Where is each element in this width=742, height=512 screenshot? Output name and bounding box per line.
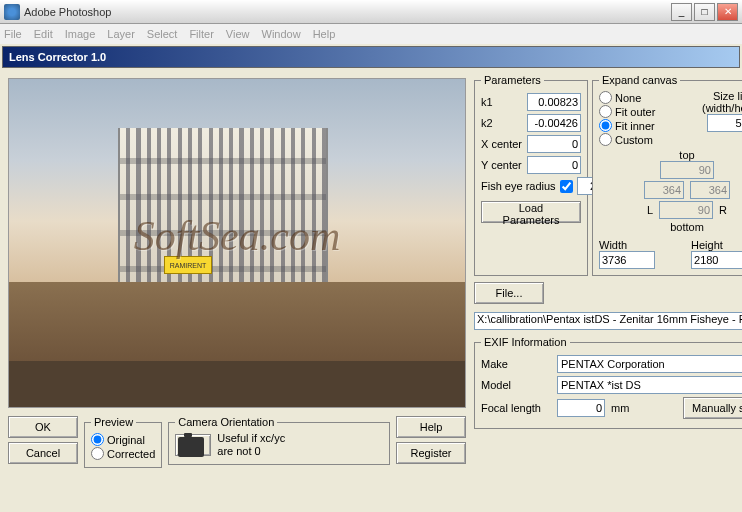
height-label: Height	[691, 239, 742, 251]
menu-help[interactable]: Help	[313, 28, 336, 40]
parameters-legend: Parameters	[481, 74, 544, 86]
left-input	[644, 181, 684, 199]
ok-button[interactable]: OK	[8, 416, 78, 438]
expand-custom-radio[interactable]	[599, 133, 612, 146]
ycenter-input[interactable]	[527, 156, 581, 174]
k2-label: k2	[481, 117, 493, 129]
preview-legend: Preview	[91, 416, 136, 428]
top-input	[660, 161, 714, 179]
menu-file[interactable]: File	[4, 28, 22, 40]
camera-hint: Useful if xc/yc are not 0	[217, 432, 285, 458]
expand-fitinner-label: Fit inner	[615, 120, 655, 132]
maximize-button[interactable]: □	[694, 3, 715, 21]
camera-orientation-group: Camera Orientation Useful if xc/yc are n…	[168, 416, 390, 465]
expand-legend: Expand canvas	[599, 74, 680, 86]
fisheye-checkbox[interactable]	[560, 180, 573, 193]
menu-layer[interactable]: Layer	[107, 28, 135, 40]
menu-edit[interactable]: Edit	[34, 28, 53, 40]
camera-legend: Camera Orientation	[175, 416, 277, 428]
expand-canvas-group: Expand canvas None Fit outer Fit inner C…	[592, 74, 742, 276]
camera-orientation-button[interactable]	[175, 434, 211, 456]
file-button[interactable]: File...	[474, 282, 544, 304]
width-label: Width	[599, 239, 683, 251]
ycenter-label: Y center	[481, 159, 522, 171]
preview-original-radio[interactable]	[91, 433, 104, 446]
exif-legend: EXIF Information	[481, 336, 570, 348]
sign-text: RAMIRENT	[164, 256, 212, 274]
exif-group: EXIF Information Make Model Focal length…	[474, 336, 742, 429]
exif-make-input[interactable]	[557, 355, 742, 373]
close-button[interactable]: ✕	[717, 3, 738, 21]
r-label: R	[719, 204, 727, 216]
preview-original-label: Original	[107, 434, 145, 446]
exif-model-input[interactable]	[557, 376, 742, 394]
expand-fitouter-radio[interactable]	[599, 105, 612, 118]
xcenter-label: X center	[481, 138, 522, 150]
k1-input[interactable]	[527, 93, 581, 111]
width-input[interactable]	[599, 251, 655, 269]
menu-select[interactable]: Select	[147, 28, 178, 40]
size-limit-input[interactable]	[707, 114, 742, 132]
mid-input	[659, 201, 713, 219]
parameters-group: Parameters k1 k2 X center Y center	[474, 74, 588, 276]
expand-none-radio[interactable]	[599, 91, 612, 104]
top-label: top	[599, 149, 742, 161]
xcenter-input[interactable]	[527, 135, 581, 153]
size-limit-label: Size limit (width/height)	[695, 90, 742, 114]
path-display[interactable]: X:\callibration\Pentax istDS - Zenitar 1…	[474, 312, 742, 330]
height-input[interactable]	[691, 251, 742, 269]
preview-corrected-radio[interactable]	[91, 447, 104, 460]
preview-image: RAMIRENT SoftSea.com	[8, 78, 466, 408]
bottom-label: bottom	[599, 221, 742, 233]
exif-model-label: Model	[481, 379, 551, 391]
exif-make-label: Make	[481, 358, 551, 370]
k1-label: k1	[481, 96, 493, 108]
exif-focal-label: Focal length	[481, 402, 551, 414]
preview-group: Preview Original Corrected	[84, 416, 162, 468]
expand-fitinner-radio[interactable]	[599, 119, 612, 132]
help-button[interactable]: Help	[396, 416, 466, 438]
expand-none-label: None	[615, 92, 641, 104]
menu-window[interactable]: Window	[262, 28, 301, 40]
menu-image[interactable]: Image	[65, 28, 96, 40]
camera-icon	[178, 437, 204, 457]
expand-fitouter-label: Fit outer	[615, 106, 655, 118]
mm-label: mm	[611, 402, 629, 414]
k2-input[interactable]	[527, 114, 581, 132]
exif-focal-input[interactable]	[557, 399, 605, 417]
l-label: L	[647, 204, 653, 216]
right-input	[690, 181, 730, 199]
dialog-title: Lens Corrector 1.0	[2, 46, 740, 68]
register-button[interactable]: Register	[396, 442, 466, 464]
window-titlebar: Adobe Photoshop _ □ ✕	[0, 0, 742, 24]
fisheye-label: Fish eye radius	[481, 180, 556, 192]
menu-filter[interactable]: Filter	[189, 28, 213, 40]
cancel-button[interactable]: Cancel	[8, 442, 78, 464]
menubar: File Edit Image Layer Select Filter View…	[0, 24, 742, 44]
app-icon	[4, 4, 20, 20]
menu-view[interactable]: View	[226, 28, 250, 40]
window-title: Adobe Photoshop	[24, 6, 671, 18]
preview-corrected-label: Corrected	[107, 448, 155, 460]
manually-set-button[interactable]: Manually set fo	[683, 397, 742, 419]
load-parameters-button[interactable]: Load Parameters	[481, 201, 581, 223]
minimize-button[interactable]: _	[671, 3, 692, 21]
expand-custom-label: Custom	[615, 134, 653, 146]
